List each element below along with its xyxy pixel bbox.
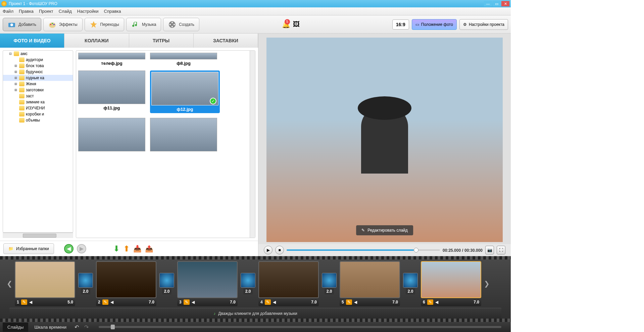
project-settings-button[interactable]: ⚙ Настройки проекта — [459, 19, 508, 30]
zoom-slider[interactable] — [99, 326, 501, 328]
collapse-icon[interactable]: ◀ — [29, 300, 32, 304]
thumbnail[interactable]: ✓ф12.jpg — [150, 70, 220, 113]
timeline-slide[interactable]: 4✎◀7.0 — [258, 261, 319, 306]
edit-slide-button[interactable]: ✎ Редактировать слайд — [356, 225, 413, 235]
stop-button[interactable]: ■ — [275, 246, 284, 254]
transition[interactable]: 2.0 — [78, 273, 93, 294]
seek-slider[interactable] — [287, 249, 440, 251]
tab-slides[interactable]: Слайды — [3, 323, 28, 332]
image-mode-icon[interactable]: 🖼 — [293, 20, 300, 28]
music-button[interactable]: Музыка — [126, 18, 161, 31]
collapse-icon[interactable]: ◀ — [110, 300, 113, 304]
transition[interactable]: 2.0 — [240, 273, 256, 294]
collapse-icon[interactable]: ◀ — [273, 300, 276, 304]
tree-item[interactable]: зимние ка — [3, 99, 73, 105]
menu-project[interactable]: Проект — [39, 9, 53, 14]
nav-forward-button[interactable]: ▶ — [77, 244, 86, 253]
tab-intros[interactable]: ЗАСТАВКИ — [194, 34, 258, 48]
favorite-folders-button[interactable]: 📁 Избранные папки — [3, 243, 54, 254]
aspect-ratio-button[interactable]: 16:9 — [392, 19, 409, 30]
expand-icon[interactable]: ⊞ — [14, 69, 18, 74]
add-down-button[interactable]: ⬇ — [113, 244, 120, 253]
tree-item[interactable]: ⊞будучнос — [3, 69, 73, 75]
edit-icon[interactable]: ✎ — [102, 299, 108, 305]
close-button[interactable]: ✕ — [501, 1, 509, 6]
tree-item[interactable]: коробки и — [3, 111, 73, 117]
menubar: Файл Правка Проект Слайд Настройки Справ… — [0, 7, 511, 15]
timeline-prev-button[interactable]: ❮ — [7, 260, 12, 307]
expand-icon[interactable]: ⊞ — [14, 63, 18, 68]
thumbnail[interactable] — [78, 118, 145, 153]
tree-item[interactable]: ИЗУЧЕНИ — [3, 105, 73, 111]
timeline-slide[interactable]: 1✎◀5.0 — [15, 261, 75, 306]
folder-tree[interactable]: ⊟амсаудитори⊞блок това⊞будучнос⊞годные к… — [3, 50, 73, 233]
tab-collages[interactable]: КОЛЛАЖИ — [64, 34, 129, 48]
thumbnail[interactable]: ф11.jpg — [78, 70, 145, 113]
transitions-button[interactable]: Переходы — [85, 18, 124, 31]
add-button[interactable]: Добавить — [3, 18, 41, 31]
export-button[interactable]: 📤 — [145, 245, 153, 253]
import-button[interactable]: 📥 — [133, 245, 142, 253]
tree-item[interactable]: ⊞блок това — [3, 63, 73, 69]
edit-icon[interactable]: ✎ — [21, 299, 27, 305]
transition[interactable]: 2.0 — [159, 273, 175, 294]
timeline-next-button[interactable]: ❯ — [484, 260, 489, 307]
tree-item[interactable]: ⊞заготовки — [3, 87, 73, 93]
collapse-icon[interactable]: ◀ — [435, 300, 438, 304]
tree-item[interactable]: объявы — [3, 117, 73, 123]
transition[interactable]: 2.0 — [321, 273, 337, 294]
music-track[interactable]: ♪ Дважды кликните для добавления музыки — [9, 308, 501, 319]
tab-photo-video[interactable]: ФОТО И ВИДЕО — [0, 34, 64, 48]
expand-icon[interactable]: ⊞ — [14, 76, 18, 80]
tree-h-scrollbar[interactable] — [3, 233, 73, 238]
timeline-slide[interactable]: 2✎◀7.0 — [96, 261, 156, 306]
notifications-button[interactable]: 🔔5 — [282, 20, 290, 29]
preview-area[interactable]: ✎ Редактировать слайд — [266, 38, 503, 242]
svg-point-10 — [169, 24, 171, 25]
maximize-button[interactable]: ▭ — [493, 1, 501, 6]
expand-icon[interactable]: ⊞ — [14, 88, 18, 92]
menu-settings[interactable]: Настройки — [77, 9, 99, 14]
thumbnail[interactable]: телеф.jpg — [78, 53, 145, 66]
collapse-icon[interactable]: ◀ — [192, 300, 195, 304]
menu-help[interactable]: Справка — [104, 9, 121, 14]
menu-file[interactable]: Файл — [3, 9, 13, 14]
menu-slide[interactable]: Слайд — [59, 9, 72, 14]
tab-titles[interactable]: ТИТРЫ — [129, 34, 194, 48]
undo-button[interactable]: ↶ — [72, 324, 81, 330]
expand-icon[interactable]: ⊞ — [14, 82, 18, 86]
timeline-slide[interactable]: 5✎◀7.0 — [340, 261, 400, 306]
snapshot-button[interactable]: 📷 — [485, 246, 494, 254]
timeline-slide[interactable]: 6✎◀7.0 — [421, 261, 481, 306]
edit-icon[interactable]: ✎ — [346, 299, 352, 305]
photo-position-button[interactable]: ▭ Положение фото — [412, 19, 457, 30]
minimize-button[interactable]: — — [484, 1, 492, 6]
tree-item[interactable]: заст — [3, 93, 73, 99]
edit-icon[interactable]: ✎ — [427, 299, 433, 305]
create-button[interactable]: Создать — [163, 18, 199, 31]
transition[interactable]: 2.0 — [403, 273, 418, 294]
effects-button[interactable]: Эффекты — [43, 18, 83, 31]
tab-timeline[interactable]: Шкала времени — [30, 323, 71, 332]
edit-icon[interactable]: ✎ — [184, 299, 190, 305]
grid-v-scrollbar[interactable] — [250, 51, 255, 238]
tree-item[interactable]: аудитори — [3, 57, 73, 63]
tree-item[interactable]: ⊞годные ка — [3, 75, 73, 81]
move-up-button[interactable]: ⬆ — [123, 244, 130, 253]
play-button[interactable]: ▶ — [264, 246, 273, 254]
titlebar: Проект 1 - ФотоШОУ PRO — ▭ ✕ — [0, 0, 511, 7]
nav-back-button[interactable]: ◀ — [64, 244, 73, 253]
edit-icon[interactable]: ✎ — [265, 299, 271, 305]
thumbnail[interactable]: ф8.jpg — [150, 53, 217, 66]
tree-item[interactable]: ⊟амс — [3, 51, 73, 57]
expand-icon[interactable]: ⊟ — [8, 51, 12, 56]
fullscreen-button[interactable]: ⛶ — [497, 246, 505, 254]
timeline-slide[interactable]: 3✎◀7.0 — [177, 261, 238, 306]
thumbnail-grid[interactable]: телеф.jpgф8.jpgф11.jpg✓ф12.jpg — [76, 50, 255, 238]
tree-item[interactable]: ⊞Женя — [3, 81, 73, 87]
redo-button[interactable]: ↷ — [82, 324, 91, 330]
app-logo-icon — [1, 1, 7, 6]
collapse-icon[interactable]: ◀ — [354, 300, 357, 304]
thumbnail[interactable] — [150, 118, 217, 153]
menu-edit[interactable]: Правка — [19, 9, 34, 14]
